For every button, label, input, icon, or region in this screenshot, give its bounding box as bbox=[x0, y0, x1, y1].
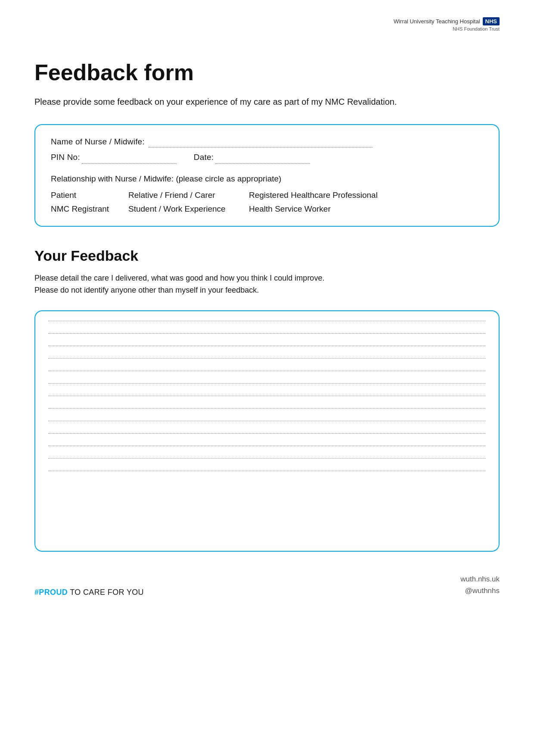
write-line-7 bbox=[48, 396, 486, 396]
write-line-4 bbox=[48, 358, 486, 359]
option-relative: Relative / Friend / Carer bbox=[128, 191, 249, 200]
nurse-name-line: Name of Nurse / Midwife: bbox=[51, 137, 483, 147]
feedback-section-title: Your Feedback bbox=[34, 247, 500, 264]
pin-section: PIN No: bbox=[51, 153, 177, 167]
nhs-badge: NHS bbox=[483, 17, 500, 25]
option-health: Health Service Worker bbox=[249, 204, 483, 214]
page-title: Feedback form bbox=[34, 60, 500, 85]
write-line-2 bbox=[48, 333, 486, 334]
relationship-grid: Patient Relative / Friend / Carer Regist… bbox=[51, 191, 483, 214]
header-logo: Wirral University Teaching Hospital NHS … bbox=[394, 17, 500, 31]
website-url: wuth.nhs.uk bbox=[460, 573, 500, 585]
pin-label: PIN No: bbox=[51, 153, 80, 162]
write-line-10 bbox=[48, 433, 486, 434]
intro-text: Please provide some feedback on your exp… bbox=[34, 95, 422, 109]
proud-word: #PROUD bbox=[34, 588, 68, 597]
write-line-8 bbox=[48, 408, 486, 409]
org-subtitle: NHS Foundation Trust bbox=[394, 26, 500, 31]
write-line-11 bbox=[48, 446, 486, 446]
write-line-9 bbox=[48, 421, 486, 421]
date-section: Date: bbox=[194, 153, 310, 167]
org-name-text: Wirral University Teaching Hospital bbox=[394, 18, 480, 25]
pin-dots bbox=[82, 156, 177, 164]
write-line-12 bbox=[48, 458, 486, 459]
feedback-intro: Please detail the care I delivered, what… bbox=[34, 272, 444, 297]
date-dots bbox=[215, 156, 310, 164]
footer-website: wuth.nhs.uk @wuthnhs bbox=[460, 573, 500, 597]
feedback-box bbox=[34, 310, 500, 552]
write-line-6 bbox=[48, 383, 486, 384]
option-nmc: NMC Registrant bbox=[51, 204, 128, 214]
option-patient: Patient bbox=[51, 191, 128, 200]
footer: #PROUD TO CARE FOR YOU wuth.nhs.uk @wuth… bbox=[34, 569, 500, 597]
relationship-label: Relationship with Nurse / Midwife: (plea… bbox=[51, 174, 483, 184]
write-line-13 bbox=[48, 471, 486, 471]
write-line-1 bbox=[48, 321, 486, 321]
social-handle: @wuthnhs bbox=[460, 585, 500, 597]
write-line-3 bbox=[48, 346, 486, 346]
feedback-intro-line2: Please do not identify anyone other than… bbox=[34, 286, 259, 294]
option-registered: Registered Healthcare Professional bbox=[249, 191, 483, 200]
nurse-name-dots bbox=[149, 137, 373, 147]
rest-label: TO CARE FOR YOU bbox=[68, 588, 144, 597]
date-label: Date: bbox=[194, 153, 214, 162]
info-box: Name of Nurse / Midwife: PIN No: Date: R… bbox=[34, 124, 500, 226]
write-line-5 bbox=[48, 371, 486, 371]
pin-date-row: PIN No: Date: bbox=[51, 153, 483, 167]
nurse-name-label: Name of Nurse / Midwife: bbox=[51, 137, 145, 146]
footer-proud: #PROUD TO CARE FOR YOU bbox=[34, 588, 144, 597]
option-student: Student / Work Experience bbox=[128, 204, 249, 214]
feedback-intro-line1: Please detail the care I delivered, what… bbox=[34, 274, 324, 282]
